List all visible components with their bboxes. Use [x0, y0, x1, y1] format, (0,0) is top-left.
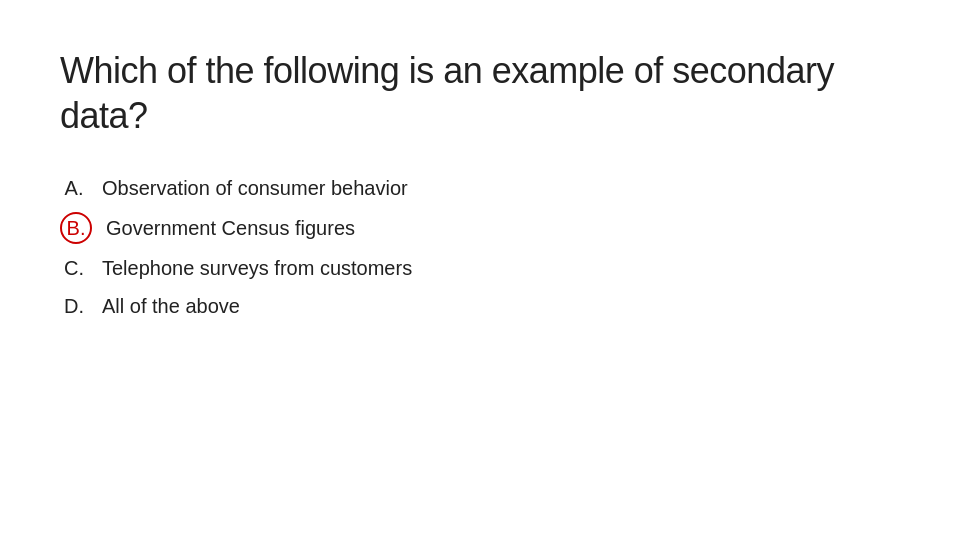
option-label-b: B.	[60, 212, 92, 244]
slide-container: Which of the following is an example of …	[0, 0, 960, 540]
option-text-a: Observation of consumer behavior	[102, 174, 408, 202]
list-item: D. All of the above	[60, 292, 900, 320]
option-label-d: D.	[60, 292, 88, 320]
question-title: Which of the following is an example of …	[60, 48, 900, 138]
list-item: A. Observation of consumer behavior	[60, 174, 900, 202]
list-item: C. Telephone surveys from customers	[60, 254, 900, 282]
list-item: B. Government Census figures	[60, 212, 900, 244]
option-text-c: Telephone surveys from customers	[102, 254, 412, 282]
options-list: A. Observation of consumer behavior B. G…	[60, 174, 900, 320]
option-label-c: C.	[60, 254, 88, 282]
option-text-d: All of the above	[102, 292, 240, 320]
option-label-a: A.	[60, 174, 88, 202]
option-text-b: Government Census figures	[106, 214, 355, 242]
